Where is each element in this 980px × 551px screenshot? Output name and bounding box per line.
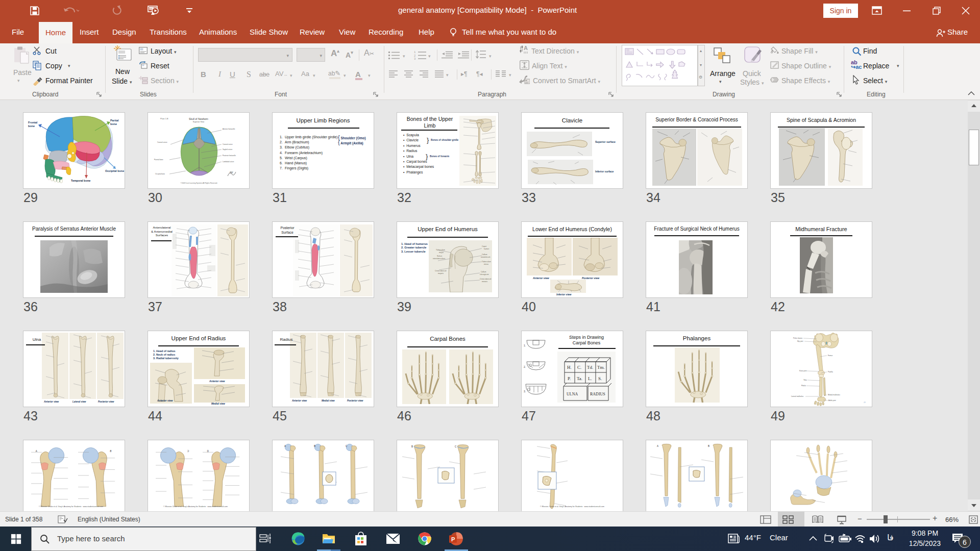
svg-text:B: B <box>110 450 111 453</box>
svg-text:2.: 2. <box>524 365 526 368</box>
svg-text:1.: 1. <box>524 344 526 347</box>
svg-text:3.: 3. <box>524 390 526 393</box>
svg-text:Ta.: Ta. <box>577 376 582 381</box>
svg-text:A: A <box>524 45 528 51</box>
svg-text:B: B <box>314 445 315 447</box>
svg-text:A: A <box>284 445 286 447</box>
svg-text:C: C <box>187 450 189 453</box>
svg-text:L.: L. <box>588 376 592 381</box>
svg-text:H.: H. <box>567 365 572 370</box>
svg-text:B: B <box>708 445 709 447</box>
svg-text:B: B <box>411 445 413 448</box>
svg-text:P: P <box>451 536 455 542</box>
svg-text:Tm.: Tm. <box>597 365 605 370</box>
svg-text:Td.: Td. <box>587 365 593 370</box>
svg-text:A: A <box>657 445 658 447</box>
svg-text:P.: P. <box>568 376 571 381</box>
svg-text:1: 1 <box>414 51 416 54</box>
svg-text:2: 2 <box>414 54 416 57</box>
svg-text:fW: fW <box>230 171 233 174</box>
svg-text:C.: C. <box>577 365 581 370</box>
svg-text:S.: S. <box>598 376 602 381</box>
svg-text:ULNA: ULNA <box>567 392 578 396</box>
svg-text:3: 3 <box>414 57 416 60</box>
svg-text:RADIUS: RADIUS <box>590 392 605 396</box>
svg-text:C: C <box>455 445 457 448</box>
